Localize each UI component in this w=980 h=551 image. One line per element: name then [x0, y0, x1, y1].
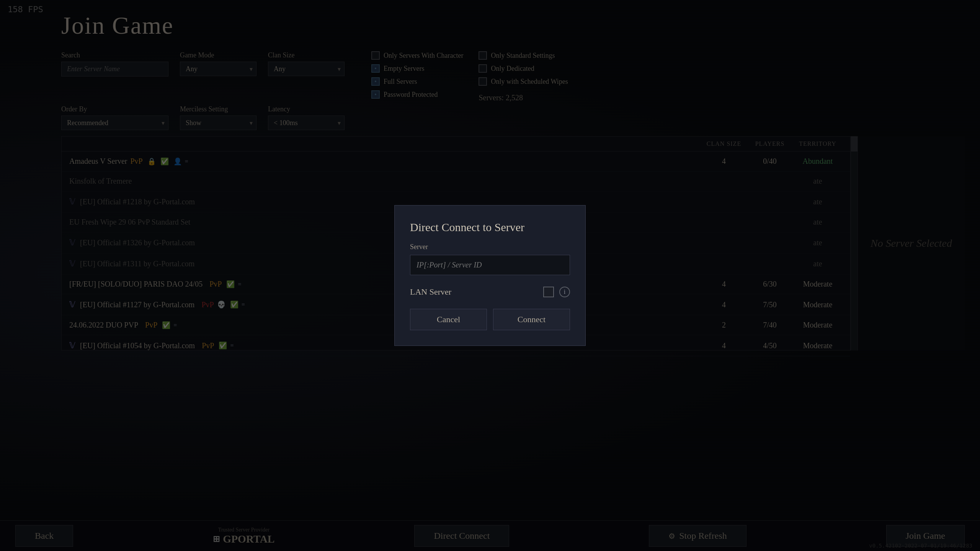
modal-overlay: Direct Connect to Server Server LAN Serv… [0, 0, 980, 551]
modal-buttons: Cancel Connect [410, 309, 570, 330]
modal-server-input[interactable] [410, 255, 570, 275]
modal-info-icon[interactable]: i [559, 287, 570, 297]
modal-lan-label: LAN Server [410, 287, 451, 297]
direct-connect-modal: Direct Connect to Server Server LAN Serv… [394, 205, 586, 346]
modal-server-label: Server [410, 243, 570, 251]
modal-connect-button[interactable]: Connect [493, 309, 570, 330]
modal-lan-right: i [543, 287, 570, 297]
modal-lan-checkbox[interactable] [543, 287, 554, 297]
modal-cancel-button[interactable]: Cancel [410, 309, 487, 330]
modal-title: Direct Connect to Server [410, 221, 570, 234]
modal-lan-row: LAN Server i [410, 287, 570, 297]
